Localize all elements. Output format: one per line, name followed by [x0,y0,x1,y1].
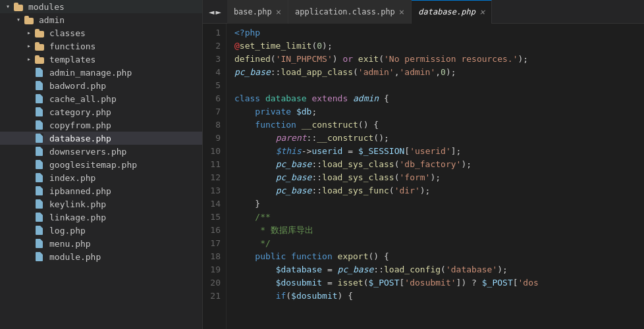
tree-item-label: admin [39,15,65,25]
tree-item-keylink.php[interactable]: keylink.php [0,197,202,211]
tree-item-index.php[interactable]: index.php [0,171,202,184]
tree-item-ipbanned.php[interactable]: ipbanned.php [0,184,202,197]
line-number: 19 [205,263,221,276]
line-numbers: 123456789101112131415161718192021 [203,24,227,329]
tab-database-php[interactable]: database.php× [412,0,492,24]
arrow-icon [24,41,34,51]
tree-item-modules[interactable]: modules [0,0,202,13]
code-line: class database extends admin { [234,92,644,105]
file-icon [34,251,45,262]
arrow-icon [3,1,13,12]
nav-back[interactable]: ◄ [209,7,214,17]
file-icon [34,238,45,249]
line-number: 11 [205,158,221,171]
line-number: 12 [205,171,221,184]
line-number: 13 [205,184,221,197]
code-line: $this->userid = $_SESSION['userid']; [234,145,644,158]
file-icon [34,93,45,104]
nav-forward[interactable]: ► [215,7,221,17]
line-number: 3 [205,53,221,66]
code-line: parent::__construct(); [234,132,644,145]
folder-icon [34,28,45,38]
tree-item-label: copyfrom.php [49,120,111,130]
tree-item-badword.php[interactable]: badword.php [0,79,202,92]
tree-item-label: index.php [49,173,95,183]
code-line: pc_base::load_sys_class('form'); [234,171,644,184]
line-number: 7 [205,105,221,118]
tree-item-log.php[interactable]: log.php [0,224,202,237]
code-line: function __construct() { [234,118,644,132]
file-icon [34,186,45,196]
tree-item-admin[interactable]: admin [0,13,202,26]
folder-icon [34,54,45,64]
file-icon [34,212,45,222]
tab-close-button[interactable]: × [399,7,404,16]
tree-item-label: log.php [49,226,86,236]
tree-item-label: cache_all.php [49,94,117,104]
code-line: defined('IN_PHPCMS') or exit('No permiss… [234,53,644,66]
file-icon [34,225,45,236]
tree-item-database.php[interactable]: database.php [0,132,202,145]
file-icon [34,199,45,209]
line-number: 6 [205,92,221,105]
folder-icon [13,1,24,12]
code-line [234,79,644,92]
file-icon [34,133,45,143]
tree-item-label: menu.php [49,239,91,249]
line-number: 5 [205,79,221,92]
tree-item-classes[interactable]: classes [0,26,202,39]
code-line: private $db; [234,105,644,118]
folder-icon [24,14,34,25]
file-icon [34,107,45,117]
line-number: 9 [205,132,221,145]
code-line: pc_base::load_app_class('admin','admin',… [234,66,644,79]
tree-item-templates[interactable]: templates [0,53,202,66]
tab-base-php[interactable]: base.php× [227,0,288,24]
tab-label: application.class.php [295,7,395,16]
tree-item-module.php[interactable]: module.php [0,250,202,263]
nav-arrows[interactable]: ◄ ► [203,7,227,17]
tree-item-label: functions [49,41,95,51]
tab-close-button[interactable]: × [276,7,281,16]
tree-item-admin_manage.php[interactable]: admin_manage.php [0,66,202,79]
tree-item-downservers.php[interactable]: downservers.php [0,145,202,158]
code-line: pc_base::load_sys_func('dir'); [234,184,644,197]
tree-item-cache_all.php[interactable]: cache_all.php [0,92,202,105]
line-number: 15 [205,211,221,224]
code-area: 123456789101112131415161718192021 <?php@… [203,24,644,329]
line-number: 2 [205,39,221,53]
tree-item-label: badword.php [49,81,106,91]
tree-item-linkage.php[interactable]: linkage.php [0,211,202,224]
editor-panel: ◄ ► base.php×application.class.php×datab… [203,0,644,329]
tree-item-label: ipbanned.php [49,186,111,196]
tree-item-category.php[interactable]: category.php [0,105,202,118]
file-icon [34,159,45,170]
file-tree: modulesadminclassesfunctionstemplatesadm… [0,0,203,329]
arrow-icon [13,14,24,25]
tree-item-label: downservers.php [49,147,126,157]
tree-item-copyfrom.php[interactable]: copyfrom.php [0,118,202,132]
code-line: /** [234,211,644,224]
line-number: 18 [205,250,221,263]
tab-application-class.php[interactable]: application.class.php× [288,0,412,24]
code-line: * 数据库导出 [234,224,644,237]
tree-item-googlesitemap.php[interactable]: googlesitemap.php [0,158,202,171]
line-number: 1 [205,26,221,39]
file-icon [34,146,45,157]
tab-close-button[interactable]: × [479,7,485,16]
tree-item-label: module.php [49,252,101,262]
line-number: 17 [205,237,221,250]
code-line: <?php [234,26,644,39]
line-number: 8 [205,118,221,132]
tree-item-menu.php[interactable]: menu.php [0,237,202,250]
code-line: pc_base::load_sys_class('db_factory'); [234,158,644,171]
code-line: $database = pc_base::load_config('databa… [234,263,644,276]
tree-item-label: keylink.php [49,199,106,209]
line-number: 20 [205,276,221,290]
code-content[interactable]: <?php@set_time_limit(0);defined('IN_PHPC… [227,24,644,329]
arrow-icon [24,28,34,38]
tree-item-label: admin_manage.php [49,68,132,78]
tab-bar: ◄ ► base.php×application.class.php×datab… [203,0,644,24]
tree-item-functions[interactable]: functions [0,39,202,53]
code-line: } [234,197,644,211]
